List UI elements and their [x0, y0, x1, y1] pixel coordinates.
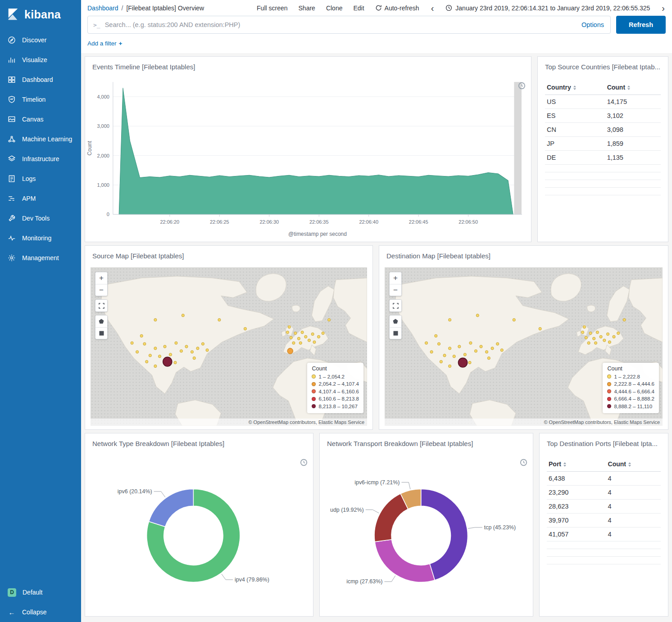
topbar: Dashboard / [Filebeat Iptables] Overview… [81, 0, 672, 53]
panel-clock-icon[interactable] [520, 459, 527, 466]
donut-segment-udp[interactable] [374, 494, 408, 542]
panel-top-destination-ports: Top Destination Ports [Filebeat Ipta... … [539, 433, 668, 617]
share-button[interactable]: Share [299, 5, 315, 12]
legend-title: Count [607, 365, 654, 372]
collapse-button[interactable]: ← Collapse [0, 602, 81, 622]
sidebar-item-monitoring[interactable]: Monitoring [0, 228, 81, 248]
refresh-button[interactable]: Refresh [616, 16, 666, 34]
add-filter-button[interactable]: Add a filter + [87, 40, 122, 47]
draw-rectangle-button[interactable] [390, 327, 401, 339]
draw-polygon-button[interactable] [390, 316, 401, 327]
sidebar-item-timelion[interactable]: Timelion [0, 90, 81, 109]
time-range-label: January 23rd 2019, 22:06:14.321 to Janua… [455, 5, 650, 12]
sidebar-item-canvas[interactable]: Canvas [0, 109, 81, 129]
fit-bounds-button[interactable] [390, 300, 401, 311]
auto-refresh-icon [375, 5, 382, 11]
map-point [585, 336, 587, 339]
sidebar-item-label: Dashboard [22, 76, 53, 83]
destination-map[interactable]: +−Count1 – 2,222.82,222.8 – 4,444.64,444… [385, 267, 663, 426]
map-point [175, 342, 177, 344]
zoom-out-button[interactable]: − [95, 284, 107, 296]
panel-title: Source Map [Filebeat Iptables] [85, 246, 372, 260]
svg-text:2,000: 2,000 [97, 153, 109, 158]
sidebar: kibana Discover Visualize Dashboard Time… [0, 0, 81, 622]
map-point [594, 342, 597, 344]
time-back-button[interactable]: ‹ [430, 4, 435, 13]
filter-bar: Add a filter + [81, 34, 672, 52]
kibana-home-link[interactable]: kibana [0, 0, 81, 30]
legend-color-dot [312, 382, 316, 386]
sidebar-item-apm[interactable]: APM [0, 189, 81, 208]
search-input[interactable] [105, 21, 575, 28]
time-forward-button[interactable]: › [661, 4, 666, 13]
sidebar-item-infrastructure[interactable]: Infrastructure [0, 149, 81, 169]
auto-refresh-button[interactable]: Auto-refresh [375, 5, 419, 12]
map-point [182, 314, 184, 317]
add-filter-label: Add a filter [87, 40, 117, 47]
column-header[interactable]: Count [605, 80, 661, 95]
map-point [608, 341, 611, 343]
legend-item: 8,888.2 – 11,110 [607, 403, 654, 410]
sidebar-item-machine-learning[interactable]: Machine Learning [0, 129, 81, 149]
column-header[interactable]: Port [547, 457, 606, 472]
donut-segment-icmp[interactable] [375, 540, 435, 582]
map-point [539, 327, 541, 330]
source-countries-table: CountryCountUS14,175ES3,102CN3,098JP1,85… [545, 80, 661, 237]
map-point [458, 345, 461, 348]
search-bar: >_ Options Refresh [81, 14, 672, 34]
query-options-link[interactable]: Options [575, 21, 610, 28]
slice-label: tcp (45.23%) [484, 524, 516, 531]
events-timeline-chart[interactable]: 01,0002,0003,0004,00022:06:2022:06:2522:… [85, 76, 531, 239]
panel-destination-map: Destination Map [Filebeat Iptables] +−Co… [379, 245, 668, 430]
map-point [169, 353, 172, 356]
time-range-picker[interactable]: January 23rd 2019, 22:06:14.321 to Janua… [445, 5, 650, 12]
legend-item: 6,666.4 – 8,888.2 [607, 395, 654, 403]
panel-clock-icon[interactable] [300, 459, 308, 466]
panel-clock-icon[interactable] [518, 82, 526, 90]
fit-bounds-button[interactable] [95, 300, 107, 311]
sidebar-item-label: Management [22, 254, 59, 261]
area-series[interactable] [119, 88, 513, 214]
column-header[interactable]: Country [545, 80, 605, 95]
network-transport-donut: tcp (45.23%)icmp (27.63%)udp (19.92%)ipv… [320, 451, 533, 613]
edit-button[interactable]: Edit [353, 5, 364, 12]
map-point [301, 331, 304, 334]
sidebar-item-management[interactable]: Management [0, 248, 81, 268]
crop-icon [393, 303, 399, 309]
panel-title: Destination Map [Filebeat Iptables] [379, 246, 668, 260]
legend-color-dot [607, 374, 611, 379]
map-point [613, 335, 615, 338]
donut-segment-ipv6[interactable] [149, 489, 194, 527]
sidebar-item-dashboard[interactable]: Dashboard [0, 70, 81, 90]
draw-rectangle-button[interactable] [95, 327, 107, 339]
map-point [430, 351, 433, 353]
map-point [453, 355, 455, 358]
zoom-in-button[interactable]: + [95, 272, 107, 284]
table-row-empty [545, 180, 661, 188]
sidebar-item-visualize[interactable]: Visualize [0, 50, 81, 70]
map-point-large [458, 358, 467, 367]
map-point [244, 327, 246, 330]
full-screen-button[interactable]: Full screen [257, 5, 287, 12]
draw-polygon-button[interactable] [95, 316, 107, 327]
zoom-out-button[interactable]: − [390, 284, 401, 296]
legend-color-dot [607, 382, 611, 386]
sidebar-item-logs[interactable]: Logs [0, 169, 81, 189]
sidebar-item-label: Canvas [22, 116, 43, 123]
logs-icon [8, 175, 16, 183]
clone-button[interactable]: Clone [326, 5, 343, 12]
sort-icon [573, 86, 576, 90]
dashboard-icon [8, 76, 16, 84]
sidebar-item-discover[interactable]: Discover [0, 30, 81, 50]
svg-text:22:06:35: 22:06:35 [309, 219, 329, 224]
table-row: JP1,859 [545, 137, 661, 151]
space-switcher[interactable]: D Default [0, 582, 81, 602]
column-header[interactable]: Count [606, 457, 661, 472]
map-point-large [163, 357, 172, 366]
map-point [328, 319, 331, 321]
sidebar-item-dev-tools[interactable]: Dev Tools [0, 208, 81, 228]
source-map[interactable]: +−Count1 – 2,054.22,054.2 – 4,107.44,107… [91, 267, 367, 426]
zoom-in-button[interactable]: + [390, 272, 401, 284]
breadcrumb-dashboard-link[interactable]: Dashboard [87, 5, 118, 12]
map-point [593, 337, 595, 340]
